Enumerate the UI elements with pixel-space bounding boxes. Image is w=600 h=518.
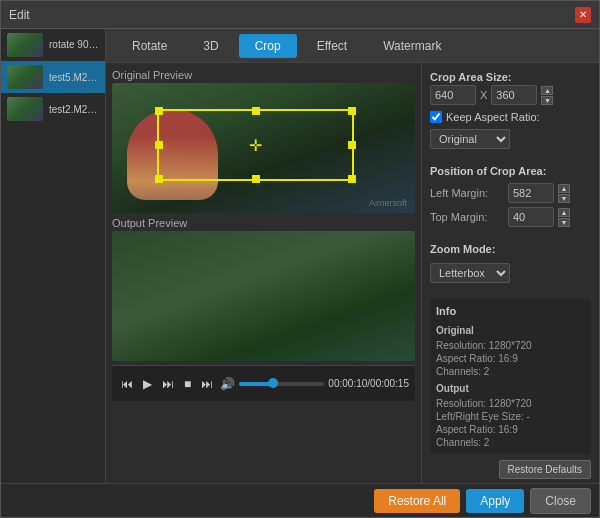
clip-name-2: test2.M2TS <box>49 104 99 115</box>
volume-icon[interactable]: 🔊 <box>220 377 235 391</box>
top-margin-spinners: ▲ ▼ <box>558 208 570 227</box>
clip-name-1: test5.M2TS <box>49 72 99 83</box>
progress-bar[interactable] <box>239 382 324 386</box>
clip-item-1[interactable]: test5.M2TS <box>1 61 105 93</box>
left-margin-input[interactable] <box>508 183 554 203</box>
keep-aspect-checkbox[interactable] <box>430 111 442 123</box>
output-resolution: Resolution: 1280*720 <box>436 398 585 409</box>
output-preview-section: Output Preview <box>112 217 415 361</box>
window-title: Edit <box>9 8 30 22</box>
original-preview-bg: ✛ Aimersoft <box>112 83 415 213</box>
aspect-dropdown-row: Original <box>430 129 591 149</box>
left-margin-row: Left Margin: ▲ ▼ <box>430 183 591 203</box>
title-bar: Edit ✕ <box>1 1 599 29</box>
crop-size-section: Crop Area Size: X ▲ ▼ <box>430 71 591 105</box>
clip-item-2[interactable]: test2.M2TS <box>1 93 105 125</box>
time-display: 00:00:10/00:00:15 <box>328 378 409 389</box>
crop-width-input[interactable] <box>430 85 476 105</box>
restore-defaults-button[interactable]: Restore Defaults <box>499 460 591 479</box>
clip-thumb-1 <box>7 65 43 89</box>
tab-3d[interactable]: 3D <box>187 34 234 58</box>
close-button[interactable]: Close <box>530 488 591 514</box>
top-margin-label: Top Margin: <box>430 211 504 223</box>
crop-handle-ml[interactable] <box>155 141 163 149</box>
edit-window: Edit ✕ rotate 90位… test5.M2TS tes <box>0 0 600 518</box>
crop-handle-mr[interactable] <box>348 141 356 149</box>
crop-handle-bl[interactable] <box>155 175 163 183</box>
zoom-dropdown-row: Letterbox <box>430 263 591 283</box>
skip-end-button[interactable]: ⏭ <box>198 375 216 393</box>
position-section: Position of Crop Area: Left Margin: ▲ ▼ … <box>430 165 591 227</box>
window-close-button[interactable]: ✕ <box>575 7 591 23</box>
zoom-label: Zoom Mode: <box>430 243 495 255</box>
original-preview-section: Original Preview <box>112 69 415 213</box>
content-area: rotate 90位… test5.M2TS test2.M2TS Rotate… <box>1 29 599 483</box>
crop-height-up[interactable]: ▲ <box>541 86 553 95</box>
original-preview-video: ✛ Aimersoft <box>112 83 415 213</box>
tab-rotate[interactable]: Rotate <box>116 34 183 58</box>
aspect-ratio-row: Keep Aspect Ratio: <box>430 111 591 123</box>
info-label: Info <box>436 305 585 317</box>
crop-handle-br[interactable] <box>348 175 356 183</box>
aspect-ratio-dropdown[interactable]: Original <box>430 129 510 149</box>
zoom-row: Zoom Mode: <box>430 243 591 257</box>
apply-button[interactable]: Apply <box>466 489 524 513</box>
left-margin-up[interactable]: ▲ <box>558 184 570 193</box>
info-section: Info Original Resolution: 1280*720 Aspec… <box>430 299 591 454</box>
clip-item-0[interactable]: rotate 90位… <box>1 29 105 61</box>
clip-thumb-0 <box>7 33 43 57</box>
crop-handle-tl[interactable] <box>155 107 163 115</box>
main-area: Rotate 3D Crop Effect Watermark Original… <box>106 29 599 483</box>
output-aspect: Aspect Ratio: 16:9 <box>436 424 585 435</box>
top-margin-down[interactable]: ▼ <box>558 218 570 227</box>
skip-back-button[interactable]: ⏮ <box>118 375 136 393</box>
crop-overlay[interactable]: ✛ <box>157 109 354 181</box>
tab-watermark[interactable]: Watermark <box>367 34 457 58</box>
crop-size-label: Crop Area Size: <box>430 71 591 83</box>
crop-handle-tr[interactable] <box>348 107 356 115</box>
restore-all-button[interactable]: Restore All <box>374 489 460 513</box>
output-preview-bg <box>112 231 415 361</box>
crop-height-spinners: ▲ ▼ <box>541 86 553 105</box>
play-button[interactable]: ▶ <box>140 375 155 393</box>
stop-button[interactable]: ■ <box>181 375 194 393</box>
crop-height-input[interactable] <box>491 85 537 105</box>
bottom-bar: Restore All Apply Close <box>1 483 599 517</box>
output-eye-size: Left/Right Eye Size: - <box>436 411 585 422</box>
player-bar: ⏮ ▶ ⏭ ■ ⏭ 🔊 00:00:10/00:00:15 <box>112 365 415 401</box>
original-channels: Channels: 2 <box>436 366 585 377</box>
output-channels: Channels: 2 <box>436 437 585 448</box>
tabs-bar: Rotate 3D Crop Effect Watermark <box>106 29 599 63</box>
left-margin-spinners: ▲ ▼ <box>558 184 570 203</box>
original-aspect: Aspect Ratio: 16:9 <box>436 353 585 364</box>
editor-body: Original Preview <box>106 63 599 483</box>
clip-thumb-2 <box>7 97 43 121</box>
original-preview-label: Original Preview <box>112 69 415 81</box>
crop-center-icon[interactable]: ✛ <box>249 135 262 154</box>
original-info-title: Original <box>436 325 585 336</box>
step-forward-button[interactable]: ⏭ <box>159 375 177 393</box>
progress-thumb[interactable] <box>268 378 278 388</box>
size-row: X ▲ ▼ <box>430 85 591 105</box>
output-info-title: Output <box>436 383 585 394</box>
right-panel: Crop Area Size: X ▲ ▼ <box>421 63 599 483</box>
top-margin-row: Top Margin: ▲ ▼ <box>430 207 591 227</box>
tab-crop[interactable]: Crop <box>239 34 297 58</box>
original-resolution: Resolution: 1280*720 <box>436 340 585 351</box>
clip-panel: rotate 90位… test5.M2TS test2.M2TS <box>1 29 106 483</box>
keep-aspect-label: Keep Aspect Ratio: <box>446 111 540 123</box>
clip-name-0: rotate 90位… <box>49 38 99 52</box>
size-separator: X <box>480 89 487 101</box>
tab-effect[interactable]: Effect <box>301 34 363 58</box>
top-margin-input[interactable] <box>508 207 554 227</box>
top-margin-up[interactable]: ▲ <box>558 208 570 217</box>
preview-area: Original Preview <box>106 63 421 483</box>
left-margin-down[interactable]: ▼ <box>558 194 570 203</box>
watermark-text: Aimersoft <box>369 198 407 208</box>
crop-handle-bm[interactable] <box>252 175 260 183</box>
position-label: Position of Crop Area: <box>430 165 591 177</box>
output-preview-label: Output Preview <box>112 217 415 229</box>
crop-height-down[interactable]: ▼ <box>541 96 553 105</box>
zoom-mode-dropdown[interactable]: Letterbox <box>430 263 510 283</box>
crop-handle-tm[interactable] <box>252 107 260 115</box>
